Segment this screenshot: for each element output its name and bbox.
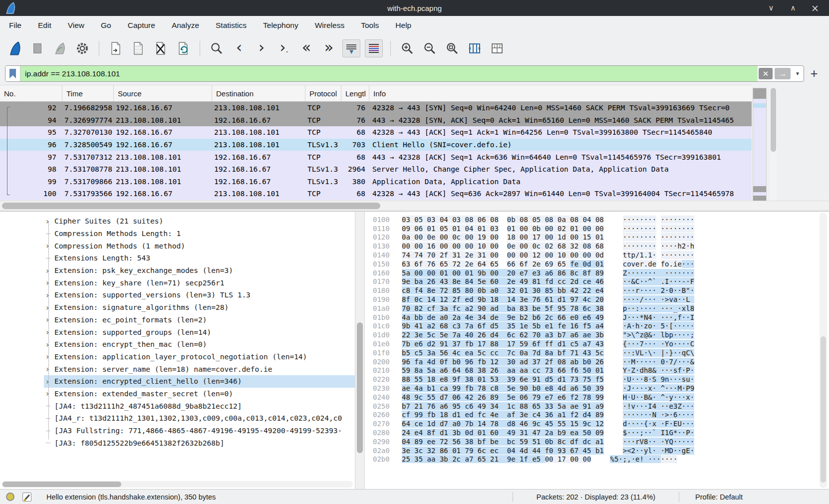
expert-info-icon[interactable]	[6, 493, 14, 501]
menu-item-go[interactable]: Go	[101, 21, 111, 30]
column-header-time[interactable]: Time	[62, 85, 114, 101]
tree-item[interactable]: ›Extension: signature_algorithms (len=28…	[44, 301, 355, 314]
hex-row[interactable]: 029004 89 ee 72 56 38 bf be bc 59 51 0b …	[365, 437, 829, 446]
maximize-icon[interactable]: ∧	[782, 0, 804, 16]
hex-row[interactable]: 013000 00 16 00 00 00 10 00 0e 00 0c 02 …	[365, 242, 829, 251]
expand-chevron-icon[interactable]: ›	[46, 377, 53, 386]
filter-clear-icon[interactable]: ✕	[759, 68, 773, 79]
packet-row[interactable]: 947.326997774213.108.108.101192.168.16.6…	[0, 114, 752, 127]
detail-vscrollbar[interactable]	[355, 212, 365, 489]
hex-row[interactable]: 01709e ba 26 43 8e 84 5e 60 2e 49 81 fd …	[365, 277, 829, 286]
filter-add-button[interactable]: +	[804, 66, 824, 81]
filter-apply-icon[interactable]: →	[775, 68, 791, 79]
hex-row[interactable]: 01e07b e6 d2 91 37 fb 17 88 17 59 6f ff …	[365, 339, 829, 348]
hex-row[interactable]: 020096 fa 4d 0f b0 96 fb 12 30 ad 37 2f …	[365, 357, 829, 366]
detail-hscrollbar[interactable]	[1, 481, 353, 488]
expand-chevron-icon[interactable]: ›	[46, 241, 53, 251]
expand-chevron-icon[interactable]: ›	[46, 290, 53, 300]
resize-columns-icon[interactable]	[466, 39, 484, 57]
filter-text[interactable]: ip.addr == 213.108.108.101	[20, 66, 758, 81]
tree-item[interactable]: [JA3 Fullstring: 771,4866-4865-4867-4919…	[44, 425, 355, 437]
packet-row[interactable]: 957.327070130192.168.16.67213.108.108.10…	[0, 126, 752, 139]
column-header-no[interactable]: No.	[0, 85, 62, 101]
tree-item[interactable]: [JA3: f805d125522b9e66451382f2632b268b]	[44, 437, 355, 449]
tree-item[interactable]: ›Extension: supported_versions (len=3) T…	[44, 289, 355, 301]
menu-item-view[interactable]: View	[68, 21, 84, 30]
expand-chevron-icon[interactable]: ›	[46, 303, 53, 312]
tree-item[interactable]: [JA4_r: t13d2111h2_1301,1302,1303,c009,c…	[44, 412, 355, 425]
hex-row[interactable]: 02a03e 3c 32 86 01 79 6c ec 04 4d 44 f0 …	[365, 446, 829, 455]
menu-item-capture[interactable]: Capture	[128, 21, 155, 30]
go-first-icon[interactable]: «	[297, 39, 315, 57]
expand-chevron-icon[interactable]: ›	[46, 389, 53, 398]
go-last-icon[interactable]: »	[320, 39, 338, 57]
hex-row[interactable]: 01d022 3e 5c 5e 7a 40 26 d4 6c 62 70 a3 …	[365, 330, 829, 339]
go-to-packet-icon[interactable]: ›.	[275, 39, 293, 57]
hex-row[interactable]: 011009 06 01 05 01 04 01 03 01 00 0b 00 …	[365, 224, 829, 233]
layout-columns-icon[interactable]: 12	[488, 39, 506, 57]
zoom-out-icon[interactable]	[421, 39, 439, 57]
tree-item[interactable]: Compression Methods Length: 1	[44, 228, 355, 240]
filter-dropdown-icon[interactable]: ▼	[793, 68, 803, 79]
profile-status[interactable]: Profile: Default	[679, 493, 829, 501]
tree-item[interactable]: [JA4: t13d2111h2_487451a6088d_9ba8b21ecc…	[44, 400, 355, 412]
expand-chevron-icon[interactable]: ›	[46, 266, 53, 275]
hex-row[interactable]: 0230ae 4a b1 ca 99 fb 78 c8 5e 90 b0 e8 …	[365, 384, 829, 393]
display-filter-input[interactable]: ip.addr == 213.108.108.101 ✕ → ▼	[5, 65, 804, 82]
tree-item[interactable]: ›Extension: application_layer_protocol_n…	[44, 351, 355, 363]
expand-chevron-icon[interactable]: ›	[46, 327, 53, 337]
hex-row[interactable]: 01a070 82 cf 3a fc a2 90 ad ba 83 be 5f …	[365, 304, 829, 313]
column-header-dst[interactable]: Destination	[212, 85, 305, 101]
close-icon[interactable]: ×	[804, 0, 826, 16]
expand-chevron-icon[interactable]: ›	[46, 217, 53, 226]
zoom-reset-icon[interactable]	[443, 39, 461, 57]
go-forward-icon[interactable]: ›	[253, 39, 271, 57]
tree-item[interactable]: ›Extension: extended_master_secret (len=…	[44, 388, 355, 400]
tree-item[interactable]: ›Cipher Suites (21 suites)	[44, 215, 355, 228]
zoom-in-icon[interactable]	[398, 39, 416, 57]
stop-capture-icon[interactable]	[28, 39, 46, 57]
packet-list-minimap[interactable]	[753, 88, 767, 202]
colorize-toggle-icon[interactable]	[365, 39, 383, 57]
hex-row[interactable]: 02b025 35 aa 3b 2c a7 65 21 9e 1f e5 00 …	[365, 455, 829, 464]
expand-chevron-icon[interactable]: ›	[46, 364, 53, 374]
hex-row[interactable]: 0180c8 f4 8e 72 85 80 0b a0 32 01 30 85 …	[365, 286, 829, 295]
hex-row[interactable]: 01f0b5 c5 3a 56 4c ea 5c cc 7c 0a 7d 8a …	[365, 348, 829, 357]
menu-item-wireless[interactable]: Wireless	[315, 21, 344, 30]
tree-item[interactable]: ›Extension: encrypted_client_hello (len=…	[44, 375, 355, 388]
packet-row[interactable]: 967.328500549192.168.16.67213.108.108.10…	[0, 139, 752, 151]
capture-comment-icon[interactable]	[22, 493, 31, 502]
menu-item-tools[interactable]: Tools	[361, 21, 379, 30]
tree-item[interactable]: ›Extension: encrypt_then_mac (len=0)	[44, 338, 355, 351]
hex-row[interactable]: 027064 ce 1d d7 a0 7b 14 78 d8 46 9c 45 …	[365, 419, 829, 428]
column-header-proto[interactable]: Protocol	[305, 85, 341, 101]
packet-row[interactable]: 997.531709866213.108.108.101192.168.16.6…	[0, 176, 752, 188]
expand-chevron-icon[interactable]: ›	[46, 352, 53, 361]
tree-item[interactable]: ›Extension: key_share (len=71) secp256r1	[44, 276, 355, 289]
tree-item[interactable]: ›Extension: supported_groups (len=14)	[44, 326, 355, 338]
hex-row[interactable]: 022088 55 18 e8 9f 38 01 53 39 6e 91 d5 …	[365, 375, 829, 384]
expand-chevron-icon[interactable]: ›	[46, 278, 53, 287]
menu-item-edit[interactable]: Edit	[38, 21, 51, 30]
filter-bookmark-icon[interactable]	[5, 66, 20, 81]
go-back-icon[interactable]: ‹	[230, 39, 248, 57]
hex-row[interactable]: 0250b7 21 76 a6 95 c6 49 34 1c 88 65 33 …	[365, 402, 829, 411]
expand-chevron-icon[interactable]: ›	[46, 315, 53, 324]
column-header-info[interactable]: Info	[369, 85, 752, 101]
tree-item[interactable]: ›Compression Methods (1 method)	[44, 240, 355, 252]
menu-item-help[interactable]: Help	[395, 21, 411, 30]
hex-row[interactable]: 024048 9c 55 d7 06 42 26 89 5e 06 79 e7 …	[365, 393, 829, 402]
column-header-len[interactable]: Lengtl	[341, 85, 369, 101]
menu-item-analyze[interactable]: Analyze	[172, 21, 199, 30]
packet-row[interactable]: 987.531708778213.108.108.101192.168.16.6…	[0, 163, 752, 176]
close-file-icon[interactable]	[152, 39, 170, 57]
open-file-icon[interactable]	[107, 39, 125, 57]
tree-item[interactable]: Extensions Length: 543	[44, 252, 355, 264]
hex-row[interactable]: 01605a 00 00 01 00 01 9b 00 20 e7 e3 a6 …	[365, 268, 829, 277]
packet-list-header[interactable]: No.TimeSourceDestinationProtocolLengtlIn…	[0, 85, 752, 102]
hex-row[interactable]: 01200a 00 0e 00 0c 00 19 00 18 00 17 00 …	[365, 233, 829, 242]
start-capture-icon[interactable]	[6, 39, 24, 57]
tree-item[interactable]: ›Extension: ec_point_formats (len=2)	[44, 314, 355, 326]
hex-row[interactable]: 01908f 0c 14 12 2f ed 9b 18 14 3e 76 61 …	[365, 295, 829, 304]
hex-row[interactable]: 021059 8a 5a a6 64 68 38 26 aa aa cc 73 …	[365, 366, 829, 375]
